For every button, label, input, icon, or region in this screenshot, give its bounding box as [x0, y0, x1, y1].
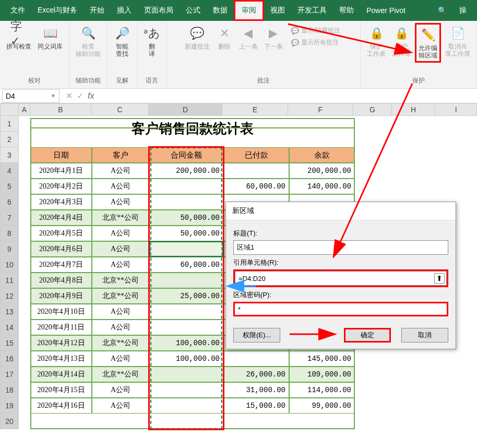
cell-bal-5[interactable]: 140,000.00 [289, 179, 355, 194]
cell-date-8[interactable]: 2020年4月5日 [30, 226, 92, 241]
column-header-E[interactable]: E [222, 103, 288, 116]
row-header-14[interactable]: 14 [0, 320, 19, 335]
cell-date-18[interactable]: 2020年4月15日 [30, 382, 92, 398]
row-header-20[interactable]: 20 [0, 414, 19, 429]
name-box[interactable]: D4 ▼ [2, 89, 59, 103]
row-header-11[interactable]: 11 [0, 273, 19, 288]
row-header-9[interactable]: 9 [0, 241, 19, 257]
cell-cust-14[interactable]: A公司 [92, 320, 149, 335]
cell-date-12[interactable]: 2020年4月9日 [30, 288, 92, 304]
ref-input[interactable] [235, 271, 447, 286]
header-cust[interactable]: 客户 [92, 147, 149, 163]
cell-contract-6[interactable] [149, 194, 223, 210]
cell-contract-12[interactable]: 25,000.00 [149, 288, 223, 304]
protect-sheet-button[interactable]: 🔒保护 工作表 [365, 23, 388, 60]
cell-date-16[interactable]: 2020年4月13日 [30, 351, 92, 367]
row-header-7[interactable]: 7 [0, 210, 19, 226]
next-comment-button[interactable]: ▶下一条 [262, 23, 285, 52]
column-header-H[interactable]: H [392, 103, 436, 116]
cell-cust-12[interactable]: 北京**公司 [92, 288, 149, 304]
cell-bal-4[interactable]: 200,000.00 [289, 163, 355, 179]
cell-bal-16[interactable]: 145,000.00 [289, 351, 355, 367]
tab-dev[interactable]: 开发工具 [291, 0, 333, 21]
cell-date-6[interactable]: 2020年4月3日 [30, 194, 92, 210]
new-comment-button[interactable]: 💬新建批注 [183, 23, 212, 52]
delete-comment-button[interactable]: ✕删除 [214, 23, 235, 52]
cell-contract-16[interactable]: 100,000.00 [149, 351, 223, 367]
title-input[interactable] [233, 240, 448, 255]
cell-paid-5[interactable]: 60,000.00 [223, 179, 289, 194]
cell-date-5[interactable]: 2020年4月2日 [30, 179, 92, 194]
column-header-A[interactable]: A [19, 103, 30, 116]
cell-date-11[interactable]: 2020年4月8日 [30, 273, 92, 288]
cell-cust-15[interactable]: 北京**公司 [92, 335, 149, 351]
protect-workbook-button[interactable]: 🔒保护 工作薄 [390, 23, 413, 60]
translate-button[interactable]: ᵃあ翻 译 [141, 23, 162, 60]
row-header-17[interactable]: 17 [0, 367, 19, 382]
header-contract[interactable]: 合同金额 [149, 147, 223, 163]
row-header-3[interactable]: 3 [0, 147, 19, 163]
select-all-corner[interactable] [0, 103, 19, 116]
prev-comment-button[interactable]: ◀上一条 [237, 23, 260, 52]
cell-contract-15[interactable]: 100,000.00 [149, 335, 223, 351]
cell-contract-11[interactable] [149, 273, 223, 288]
cell-contract-4[interactable]: 200,000.00 [149, 163, 223, 179]
column-header-C[interactable]: C [91, 103, 149, 116]
cell-paid-19[interactable]: 15,000.00 [223, 398, 289, 414]
cell-cust-7[interactable]: 北京**公司 [92, 210, 149, 226]
row-header-12[interactable]: 12 [0, 288, 19, 304]
allow-edit-ranges-button[interactable]: ✏️允许编 辑区域 [415, 23, 441, 63]
cell-cust-10[interactable]: A公司 [92, 257, 149, 273]
header-paid[interactable]: 已付款 [223, 147, 289, 163]
smart-lookup-button[interactable]: 🔎智能 查找 [112, 23, 133, 60]
row-header-5[interactable]: 5 [0, 179, 19, 194]
cell-contract-9[interactable] [149, 241, 223, 257]
tab-file[interactable]: 文件 [4, 0, 31, 21]
cell-contract-14[interactable] [149, 320, 223, 335]
row-header-6[interactable]: 6 [0, 194, 19, 210]
password-input[interactable] [233, 302, 448, 316]
column-header-I[interactable]: I [435, 103, 477, 116]
cell-cust-16[interactable]: A公司 [92, 351, 149, 367]
column-header-G[interactable]: G [353, 103, 392, 116]
cell-contract-10[interactable]: 60,000.00 [149, 257, 223, 273]
tab-review[interactable]: 审阅 [234, 0, 264, 21]
cell-bal-19[interactable]: 99,000.00 [289, 398, 355, 414]
row-header-10[interactable]: 10 [0, 257, 19, 273]
row-header-18[interactable]: 18 [0, 382, 19, 398]
column-header-F[interactable]: F [288, 103, 353, 116]
cell-cust-13[interactable]: A公司 [92, 304, 149, 320]
cell-date-19[interactable]: 2020年4月16日 [30, 398, 92, 414]
cell-cust-9[interactable]: A公司 [92, 241, 149, 257]
tab-home[interactable]: 开始 [84, 0, 111, 21]
cell-cust-17[interactable]: 北京**公司 [92, 367, 149, 382]
tab-insert[interactable]: 插入 [111, 0, 138, 21]
row-header-1[interactable]: 1 [0, 116, 19, 132]
cell-contract-8[interactable]: 50,000.00 [149, 226, 223, 241]
range-picker-icon[interactable]: ⬆ [434, 273, 445, 284]
cell-cust-18[interactable]: A公司 [92, 382, 149, 398]
cell-date-7[interactable]: 2020年4月4日 [30, 210, 92, 226]
cell-cust-4[interactable]: A公司 [92, 163, 149, 179]
tab-power-pivot[interactable]: Power Pivot [360, 0, 412, 21]
cell-date-4[interactable]: 2020年4月1日 [30, 163, 92, 179]
confirm-formula-icon[interactable]: ✓ [77, 91, 84, 101]
row-header-2[interactable]: 2 [0, 132, 19, 147]
cell-contract-13[interactable] [149, 304, 223, 320]
cell-paid-4[interactable] [223, 163, 289, 179]
cell-paid-18[interactable]: 31,000.00 [223, 382, 289, 398]
ok-button[interactable]: 确定 [344, 328, 391, 343]
cell-date-17[interactable]: 2020年4月14日 [30, 367, 92, 382]
column-header-D[interactable]: D [149, 103, 222, 116]
tab-view[interactable]: 视图 [264, 0, 291, 21]
cell-date-13[interactable]: 2020年4月10日 [30, 304, 92, 320]
cell-cust-11[interactable]: 北京**公司 [92, 273, 149, 288]
row-header-13[interactable]: 13 [0, 304, 19, 320]
row-header-8[interactable]: 8 [0, 226, 19, 241]
cell-contract-19[interactable] [149, 398, 223, 414]
spell-check-button[interactable]: 字✓拼写检查 [4, 23, 33, 52]
fx-icon[interactable]: fx [88, 91, 94, 101]
cell-cust-19[interactable]: A公司 [92, 398, 149, 414]
cell-bal-18[interactable]: 114,000.00 [289, 382, 355, 398]
tab-excel-finance[interactable]: Excel与财务 [31, 0, 84, 21]
